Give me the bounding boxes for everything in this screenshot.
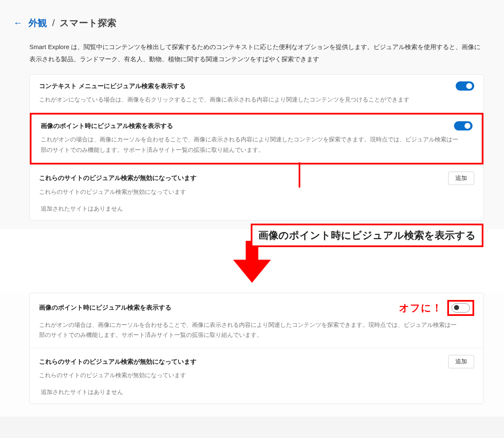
- setting-title: コンテキスト メニューにビジュアル検索を表示する: [39, 82, 186, 90]
- annotation-off-label: オフに！: [399, 301, 442, 315]
- annotation-toggle-highlight: [447, 300, 474, 316]
- setting-description: これらのサイトのビジュアル検索が無効になっています: [39, 188, 474, 196]
- add-site-button[interactable]: 追加: [448, 172, 474, 185]
- setting-title: 画像のポイント時にビジュアル検索を表示する: [39, 304, 171, 312]
- back-arrow-icon[interactable]: ←: [13, 18, 23, 29]
- svg-marker-0: [233, 241, 271, 283]
- settings-card: 画像のポイント時にビジュアル検索を表示する オフに！ これがオンの場合は、画像に…: [29, 293, 484, 404]
- settings-card: コンテキスト メニューにビジュアル検索を表示する これがオンになっている場合は、…: [29, 74, 484, 221]
- setting-description: これがオンの場合は、画像にカーソルを合わせることで、画像に表示される内容により関…: [41, 135, 461, 155]
- setting-title: これらのサイトのビジュアル検索が無効になっています: [39, 174, 197, 182]
- page-description: Smart Explore は、閲覧中にコンテンツを検出して探索するためのコンテ…: [0, 34, 504, 74]
- annotation-connector-line: [299, 162, 300, 188]
- toggle-hover-visual-search[interactable]: [452, 303, 470, 313]
- after-state-panel: 画像のポイント時にビジュアル検索を表示する オフに！ これがオンの場合は、画像に…: [0, 293, 504, 417]
- breadcrumb-link-appearance[interactable]: 外観: [29, 18, 47, 28]
- add-site-button[interactable]: 追加: [448, 355, 474, 368]
- setting-title: 画像のポイント時にビジュアル検索を表示する: [41, 122, 173, 130]
- setting-title: これらのサイトのビジュアル検索が無効になっています: [39, 358, 197, 366]
- before-state-panel: ← 外観 / スマート探索 Smart Explore は、閲覧中にコンテンツを…: [0, 0, 504, 229]
- annotation-callout-label: 画像のポイント時にビジュアル検索を表示する: [251, 224, 483, 247]
- empty-sites-message: 追加されたサイトはありません: [39, 388, 474, 396]
- down-arrow-icon: [233, 241, 271, 283]
- setting-row-hover-visual-search: 画像のポイント時にビジュアル検索を表示する これがオンの場合は、画像にカーソルを…: [30, 112, 483, 164]
- setting-row-disabled-sites: これらのサイトのビジュアル検索が無効になっています 追加 これらのサイトのビジュ…: [30, 348, 483, 404]
- setting-row-hover-visual-search: 画像のポイント時にビジュアル検索を表示する オフに！ これがオンの場合は、画像に…: [30, 293, 483, 348]
- setting-description: これらのサイトのビジュアル検索が無効になっています: [39, 372, 474, 379]
- annotation-highlight-box: 画像のポイント時にビジュアル検索を表示する これがオンの場合は、画像にカーソルを…: [30, 113, 483, 164]
- toggle-context-menu-visual-search[interactable]: [456, 81, 474, 91]
- toggle-hover-visual-search[interactable]: [454, 121, 472, 130]
- empty-sites-message: 追加されたサイトはありません: [39, 205, 474, 213]
- setting-description: これがオンの場合は、画像にカーソルを合わせることで、画像に表示される内容により関…: [39, 320, 459, 341]
- breadcrumb-separator: /: [50, 18, 57, 28]
- setting-row-context-menu-visual-search: コンテキスト メニューにビジュアル検索を表示する これがオンになっている場合は、…: [30, 75, 483, 112]
- setting-description: これがオンになっている場合は、画像を右クリックすることで、画像に表示される内容に…: [39, 95, 459, 105]
- setting-row-disabled-sites: これらのサイトのビジュアル検索が無効になっています 追加 これらのサイトのビジュ…: [30, 164, 483, 220]
- breadcrumb-current: スマート探索: [60, 18, 116, 28]
- breadcrumb: ← 外観 / スマート探索: [0, 17, 504, 34]
